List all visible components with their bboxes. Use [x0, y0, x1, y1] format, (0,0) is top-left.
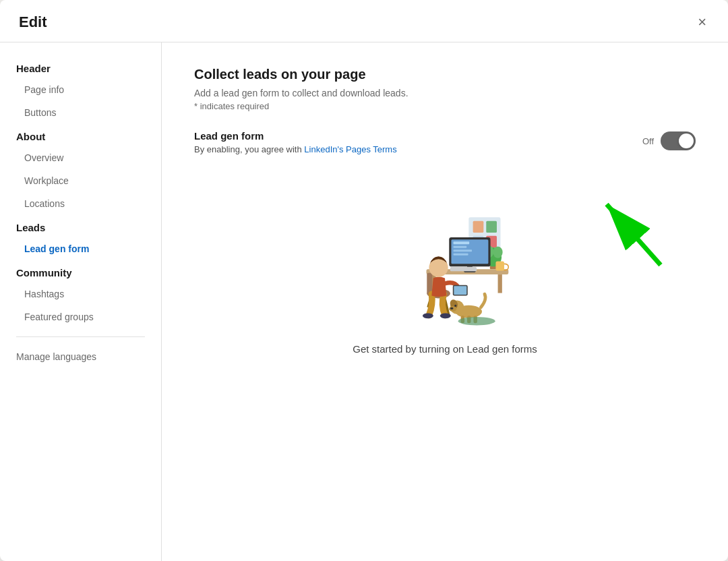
toggle-slider	[661, 131, 696, 150]
svg-point-39	[454, 305, 456, 307]
svg-rect-28	[427, 273, 432, 294]
svg-rect-33	[454, 286, 466, 295]
sidebar-divider	[16, 336, 145, 337]
modal-body: Header Page info Buttons About Overview …	[0, 42, 728, 561]
lead-gen-desc: By enabling, you agree with LinkedIn's P…	[194, 144, 626, 154]
modal-title: Edit	[19, 13, 47, 31]
sidebar: Header Page info Buttons About Overview …	[0, 42, 162, 561]
toggle-off-label: Off	[642, 136, 654, 146]
sidebar-section-header: Header	[0, 56, 161, 78]
sidebar-item-workplace[interactable]: Workplace	[0, 169, 161, 192]
svg-point-30	[440, 313, 451, 318]
content-title: Collect leads on your page	[194, 67, 696, 82]
svg-rect-19	[454, 254, 468, 256]
modal-header: Edit ×	[0, 0, 728, 42]
main-content: Collect leads on your page Add a lead ge…	[162, 42, 728, 561]
svg-point-10	[493, 246, 503, 258]
sidebar-section-community: Community	[0, 260, 161, 283]
sidebar-section-leads: Leads	[0, 215, 161, 237]
lead-gen-row: Lead gen form By enabling, you agree wit…	[194, 130, 696, 154]
sidebar-item-lead-gen-form[interactable]: Lead gen form	[0, 237, 161, 260]
lead-gen-info: Lead gen form By enabling, you agree wit…	[194, 130, 626, 154]
svg-point-43	[458, 317, 495, 326]
sidebar-item-overview[interactable]: Overview	[0, 146, 161, 169]
svg-rect-23	[495, 261, 504, 270]
sidebar-item-buttons[interactable]: Buttons	[0, 101, 161, 124]
svg-rect-3	[473, 221, 484, 233]
svg-rect-22	[450, 267, 477, 271]
close-button[interactable]: ×	[695, 12, 709, 32]
edit-modal: Edit × Header Page info Buttons About Ov…	[0, 0, 728, 561]
illustration-svg	[371, 195, 519, 330]
toggle-container: Off	[642, 131, 696, 150]
svg-rect-17	[454, 246, 467, 248]
required-note: * indicates required	[194, 101, 696, 111]
lead-gen-toggle[interactable]	[661, 131, 696, 150]
content-subtitle: Add a lead gen form to collect and downl…	[194, 88, 696, 98]
svg-rect-4	[486, 221, 497, 233]
svg-rect-12	[498, 274, 502, 293]
illustration-caption: Get started by turning on Lead gen forms	[353, 343, 537, 355]
linkedin-pages-terms-link[interactable]: LinkedIn's Pages Terms	[304, 144, 396, 154]
lead-gen-desc-text: By enabling, you agree with	[194, 144, 304, 154]
svg-point-29	[423, 313, 433, 318]
sidebar-item-featured-groups[interactable]: Featured groups	[0, 305, 161, 328]
sidebar-item-page-info[interactable]: Page info	[0, 78, 161, 101]
svg-point-38	[450, 307, 454, 309]
illustration-area: Get started by turning on Lead gen forms	[194, 195, 696, 355]
sidebar-item-hashtags[interactable]: Hashtags	[0, 283, 161, 305]
svg-rect-18	[454, 249, 473, 252]
sidebar-section-about: About	[0, 124, 161, 146]
svg-rect-16	[454, 241, 470, 244]
sidebar-item-locations[interactable]: Locations	[0, 192, 161, 215]
sidebar-manage-languages[interactable]: Manage languages	[0, 345, 161, 368]
lead-gen-label: Lead gen form	[194, 130, 626, 142]
